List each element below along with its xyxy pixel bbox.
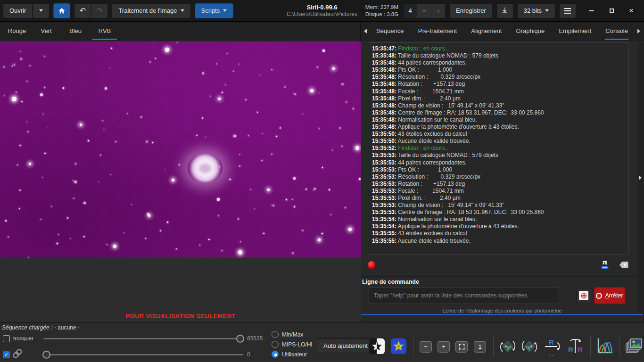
false-color-toggle[interactable] [391,338,406,354]
window-title: Siril-0.99.6 [287,4,357,11]
image-processing-label: Traitement de l'image [118,7,177,14]
chevron-down-icon [545,9,549,12]
console-log[interactable]: 15:35:47: Findstar : en cours...15:35:48… [368,42,629,255]
tab-console[interactable]: Console [603,22,631,40]
display-mode-radios: Min/MaxMIPS-LO/HIUtilisateur [272,331,313,361]
save-as-button[interactable] [496,3,513,18]
open-button[interactable]: Ouvrir [3,3,33,18]
console-line: 15:35:48: Centre de l'image : RA: 18 53 … [372,109,625,116]
tool-tabs: SéquencePré-traitementAlignementGraphiqu… [369,22,636,40]
clear-log-button[interactable] [618,259,630,271]
record-indicator-icon [368,261,375,269]
close-button[interactable]: × [621,3,641,18]
menu-button[interactable] [559,3,576,18]
console-toolbar [368,256,630,273]
image-viewport[interactable] [0,41,361,258]
thread-increment-button[interactable]: + [431,4,445,18]
rotate-right-button[interactable] [520,337,538,357]
save-as-icon [501,7,509,15]
high-slider-handle[interactable] [236,335,244,343]
console-line: 15:35:48: Résolution : 0.329 arcsec/px [372,74,625,81]
mode-radio-mips-lo-hi[interactable]: MIPS-LO/HI [272,341,313,348]
panel-expander-handle[interactable] [637,42,643,313]
mode-radio-min-max[interactable]: Min/Max [272,331,313,338]
tab-graphique[interactable]: Graphique [513,22,548,40]
negative-star-icon [369,338,385,354]
undo-icon: ↶ [80,7,86,15]
command-section: Ligne de commande Arrêter Échec de l'éta… [361,276,643,322]
link-levels-checkbox[interactable]: ✓ [3,351,10,358]
image-void-area: POUR VISUALISATION SEULEMENT [0,258,361,322]
flip-vertical-icon: R R [543,337,562,356]
thread-count-input[interactable]: 4 [404,4,417,18]
open-dropdown-button[interactable] [33,3,50,18]
tab-rouge[interactable]: Rouge [2,22,32,40]
sequence-status: Séquence chargée : - aucune - [2,324,80,331]
undo-button[interactable]: ↶ [74,3,91,18]
console-line: 15:35:48: Taille du catalogue NOMAD : 57… [372,52,625,59]
command-reference-button[interactable] [576,288,591,303]
flip-horizontal-button[interactable]: R R [566,337,585,356]
negative-view-toggle[interactable] [369,338,385,354]
zoom-one-button[interactable]: 1 [474,341,486,353]
scripts-menu-button[interactable]: Scripts [195,3,234,18]
tab-vert[interactable]: Vert [32,22,61,40]
high-level-slider[interactable] [43,334,243,343]
tab-rvb[interactable]: RVB [90,22,119,40]
console-line: 15:35:48: Rotation : +157.13 deg [372,81,625,88]
home-button[interactable] [53,3,70,18]
ring-nebula [188,154,223,183]
image-stack-icon [624,337,642,354]
low-slider-handle[interactable] [42,351,50,359]
image-panel: RougeVertBleuRVB POUR VISUALISATION SEUL… [0,22,361,322]
console-line: 15:35:53: Résolution : 0.329 arcsec/px [372,173,625,181]
redo-button[interactable]: ↷ [91,3,108,18]
zoom-fit-icon [459,344,465,350]
command-input[interactable] [369,287,558,304]
flip-vertical-button[interactable]: R R [543,337,562,356]
working-directory: C:\Users\Utilisateur\Pictures [287,11,357,18]
low-level-slider[interactable] [43,350,243,359]
chevron-down-icon [181,9,184,12]
tools-panel: SéquencePré-traitementAlignementGraphiqu… [361,22,643,322]
image-processing-menu-button[interactable]: Traitement de l'image [112,3,190,18]
zoom-in-button[interactable]: + [438,341,450,353]
thread-decrement-button[interactable]: − [417,4,431,18]
console-line: 15:35:48: Normalisation sur le canal ble… [372,116,625,123]
mode-radio-utilisateur[interactable]: Utilisateur [272,351,313,358]
high-level-value: 65535 [247,335,263,342]
tabs-scroll-right-button[interactable] [636,22,642,40]
tab-bleu[interactable]: Bleu [61,22,90,40]
save-button[interactable]: Enregistrer [449,3,493,18]
zoom-fit-button[interactable] [455,341,468,353]
tab-empilement[interactable]: Empilement [556,22,594,40]
slider-track [43,338,243,339]
console-line: 15:35:48: Focale : 1504.71 mm [372,88,625,95]
low-level-value: 0 [247,351,250,358]
histogram-button[interactable] [595,336,615,357]
export-log-button[interactable] [599,259,611,271]
tab-pr-traitement[interactable]: Pré-traitement [415,22,460,40]
progress-bar [361,314,643,315]
tabs-scroll-left-button[interactable] [362,22,369,40]
bit-depth-dropdown[interactable]: 32 bits [517,3,555,18]
disk-space: Disque : 3.8G [365,11,398,18]
image-list-button[interactable] [624,337,642,355]
minimize-button[interactable] [582,3,602,18]
divider [619,335,620,357]
rotate-left-button[interactable] [499,337,517,357]
arrow-right-icon [637,29,640,33]
tab-s-quence[interactable]: Séquence [373,22,407,40]
truncate-checkbox[interactable] [3,335,10,342]
console-line: 15:35:48: Applique la photométrie d'ouve… [372,123,625,131]
thread-spinner: 4 − + [403,3,446,18]
link-icon [11,347,24,362]
tab-alignement[interactable]: Alignement [468,22,504,40]
stop-button[interactable]: Arrêter [594,287,625,304]
console-line: 15:35:53: Pixel dim. : 2.40 µm [372,195,625,202]
restore-button[interactable] [602,3,621,18]
zoom-out-button[interactable]: − [420,341,432,353]
bit-depth-label: 32 bits [524,7,542,14]
slider-track [43,354,243,355]
console-line: 15:35:50: 43 étoiles exclues du calcul [372,131,625,138]
